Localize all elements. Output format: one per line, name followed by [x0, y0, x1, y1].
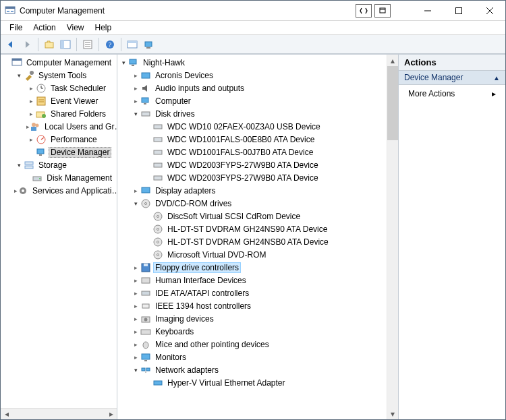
- svg-rect-53: [154, 125, 162, 129]
- minimize-button[interactable]: [412, 1, 443, 21]
- window: Computer Management File Action View Hel…: [0, 0, 506, 420]
- forward-button[interactable]: [20, 37, 34, 52]
- scroll-up-icon[interactable]: ▴: [387, 55, 398, 66]
- nav-shared-folders[interactable]: Shared Folders: [26, 107, 117, 120]
- show-hide-tree-button[interactable]: [58, 37, 73, 52]
- nav-local-users[interactable]: Local Users and Gr…: [26, 120, 117, 133]
- nav-system-tools[interactable]: System Tools: [14, 69, 117, 82]
- cat-dvd[interactable]: DVD/CD-ROM drives: [131, 197, 387, 210]
- dvd-item-3[interactable]: Microsoft Virtual DVD-ROM: [143, 248, 387, 261]
- svg-rect-76: [141, 330, 150, 334]
- device-root[interactable]: Night-Hawk: [119, 56, 387, 69]
- cat-monitors[interactable]: Monitors: [131, 351, 387, 363]
- nav-storage[interactable]: Storage: [14, 158, 117, 171]
- cat-keyboards[interactable]: Keyboards: [131, 325, 387, 338]
- disk-icon: [140, 109, 151, 119]
- nav-device-manager[interactable]: Device Manager: [26, 146, 117, 158]
- svg-rect-73: [142, 304, 149, 308]
- cat-hid[interactable]: Human Interface Devices: [131, 274, 387, 287]
- disc-icon: [152, 211, 163, 222]
- floppy-icon: [140, 262, 151, 273]
- actions-section[interactable]: Device Manager ▲: [399, 71, 505, 85]
- hdd-icon: [152, 134, 163, 145]
- dvd-item-2[interactable]: HL-DT-ST DVDRAM GH24NSB0 ATA Device: [143, 235, 387, 248]
- close-button[interactable]: [474, 1, 505, 21]
- nav-event-viewer[interactable]: Event Viewer: [26, 94, 117, 107]
- svg-rect-49: [142, 73, 150, 78]
- back-button[interactable]: [3, 37, 18, 52]
- cat-ide[interactable]: IDE ATA/ATAPI controllers: [131, 287, 387, 299]
- dvd-item-1[interactable]: HL-DT-ST DVDRAM GH24NS90 ATA Device: [143, 222, 387, 235]
- nav-root[interactable]: Computer Management: [2, 56, 117, 69]
- cat-floppy[interactable]: Floppy drive controllers: [131, 261, 387, 274]
- menu-view[interactable]: View: [62, 22, 89, 34]
- cat-network[interactable]: Network adapters: [131, 363, 387, 376]
- svg-point-68: [157, 253, 159, 256]
- shared-folders-icon: [36, 109, 47, 119]
- nav-services-apps[interactable]: Services and Applicati…: [14, 184, 117, 197]
- svg-rect-83: [154, 381, 162, 385]
- network-icon: [140, 365, 151, 376]
- cat-mice[interactable]: Mice and other pointing devices: [131, 338, 387, 351]
- cat-imaging[interactable]: Imaging devices: [131, 312, 387, 325]
- svg-rect-81: [146, 368, 150, 371]
- svg-point-66: [157, 241, 159, 243]
- nav-performance[interactable]: Performance: [26, 133, 117, 146]
- hid-icon: [140, 275, 151, 286]
- svg-rect-52: [142, 112, 150, 116]
- nav-tree[interactable]: Computer Management System Tools Task Sc…: [1, 55, 117, 408]
- menu-action[interactable]: Action: [28, 22, 60, 34]
- nav-task-scheduler[interactable]: Task Scheduler: [26, 82, 117, 94]
- disk-item-2[interactable]: WDC WD1001FALS-00J7B0 ATA Device: [143, 146, 387, 158]
- mouse-icon: [140, 339, 151, 350]
- toolbar-button-b[interactable]: [141, 37, 156, 52]
- storage-icon: [24, 160, 34, 171]
- title-extra-button-2[interactable]: [374, 4, 391, 18]
- cat-acronis[interactable]: Acronis Devices: [131, 69, 387, 82]
- title-extra-button-1[interactable]: [356, 4, 372, 18]
- cat-display[interactable]: Display adapters: [131, 184, 387, 197]
- details-vertical-scrollbar[interactable]: ▴ ▾: [387, 55, 398, 419]
- properties-button[interactable]: [80, 37, 95, 52]
- net-item-0[interactable]: Hyper-V Virtual Ethernet Adapter: [143, 376, 387, 389]
- cat-ieee[interactable]: IEEE 1394 host controllers: [131, 299, 387, 312]
- camera-icon: [140, 313, 151, 324]
- svg-point-60: [145, 202, 147, 204]
- scroll-right-icon[interactable]: ▸: [105, 409, 117, 420]
- nav-disk-management[interactable]: Disk Management: [26, 171, 117, 184]
- svg-rect-1: [5, 7, 15, 9]
- scroll-left-icon[interactable]: ◂: [1, 409, 12, 420]
- menu-help[interactable]: Help: [90, 22, 117, 34]
- scroll-thumb[interactable]: [387, 66, 398, 140]
- hdd-icon: [152, 160, 163, 171]
- cat-disk-drives[interactable]: Disk drives: [131, 107, 387, 120]
- cat-audio[interactable]: Audio inputs and outputs: [131, 82, 387, 94]
- svg-rect-54: [154, 138, 162, 142]
- cat-computer[interactable]: Computer: [131, 94, 387, 107]
- action-more-label: More Actions: [408, 89, 455, 98]
- nav-pane: Computer Management System Tools Task Sc…: [1, 55, 117, 419]
- svg-text:?: ?: [109, 41, 112, 49]
- action-more[interactable]: More Actions ▸: [399, 85, 505, 102]
- svg-rect-80: [142, 368, 145, 371]
- scroll-down-icon[interactable]: ▾: [387, 408, 398, 419]
- disk-item-3[interactable]: WDC WD2003FYPS-27W9B0 ATA Device: [143, 158, 387, 171]
- svg-rect-12: [61, 40, 64, 49]
- svg-rect-47: [130, 59, 136, 64]
- disk-mgmt-icon: [32, 173, 43, 183]
- menu-file[interactable]: File: [5, 22, 27, 34]
- svg-rect-24: [12, 59, 22, 61]
- disk-item-1[interactable]: WDC WD1001FALS-00E8B0 ATA Device: [143, 133, 387, 146]
- dvd-item-0[interactable]: DiscSoft Virtual SCSI CdRom Device: [143, 210, 387, 222]
- toolbar-button-a[interactable]: [125, 37, 140, 52]
- disk-item-0[interactable]: WDC WD10 02FAEX-00Z3A0 USB Device: [143, 120, 387, 133]
- svg-point-77: [143, 342, 148, 349]
- nav-horizontal-scrollbar[interactable]: ◂ ▸: [1, 408, 117, 419]
- svg-rect-20: [128, 41, 137, 43]
- maximize-button[interactable]: [443, 1, 474, 21]
- services-icon: [18, 185, 28, 196]
- device-tree[interactable]: Night-Hawk Acronis Devices Audio inputs …: [117, 55, 398, 419]
- help-button[interactable]: ?: [103, 37, 117, 52]
- disk-item-4[interactable]: WDC WD2003FYPS-27W9B0 ATA Device: [143, 171, 387, 184]
- up-button[interactable]: [42, 37, 57, 52]
